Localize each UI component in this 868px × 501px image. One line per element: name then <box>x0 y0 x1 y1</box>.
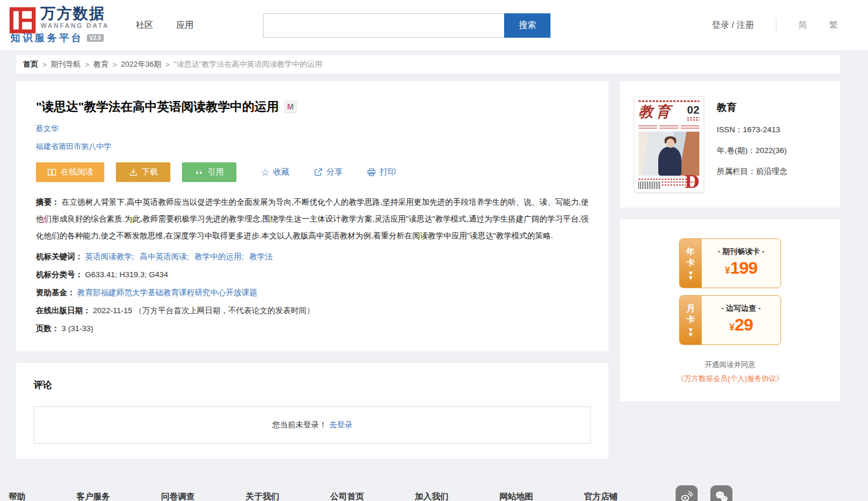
keyword-link[interactable]: 高中英语阅读 <box>140 252 187 261</box>
footer-link-official-store[interactable]: 官方店铺 <box>584 491 618 501</box>
pages-row: 页数： 3 (31-33) <box>36 324 589 334</box>
comments-card: 评论 您当前未登录！ 去登录 <box>16 363 608 459</box>
wechat-icon[interactable] <box>710 485 732 501</box>
share-link[interactable]: 分享 <box>313 167 342 177</box>
cover-barcode <box>639 181 661 189</box>
breadcrumb-separator: > <box>42 60 47 69</box>
article-card: "读思达"教学法在高中英语阅读教学中的运用 M 蔡文华 福建省莆田市第八中学 在… <box>16 81 608 351</box>
offer-name: - 期刊畅读卡 - <box>718 246 765 257</box>
breadcrumb-home[interactable]: 首页 <box>23 59 38 70</box>
top-header: 万方数据 WANFANG DATA 知识服务平台 V2.0 社区 应用 搜索 登… <box>0 0 868 51</box>
keywords-row: 机标关键词： 英语阅读教学; 高中英语阅读; 教学中的运用; 教学法 <box>36 252 589 262</box>
comments-heading: 评论 <box>34 379 591 391</box>
agree-text: 开通阅读并同意 <box>620 360 840 370</box>
footer-link-join-us[interactable]: 加入我们 <box>415 491 448 501</box>
download-button[interactable]: 下载 <box>116 162 170 182</box>
breadcrumb-separator: > <box>165 60 170 69</box>
m-badge-icon: M <box>285 101 297 113</box>
breadcrumb-current: "读思达"教学法在高中英语阅读教学中的运用 <box>174 59 322 70</box>
search-button[interactable]: 搜索 <box>504 13 550 38</box>
breadcrumb-separator: > <box>112 60 117 69</box>
fund-link[interactable]: 教育部福建师范大学基础教育课程研究中心开放课题 <box>77 288 257 297</box>
monthly-card-tab: 月卡 ▾▾ <box>680 296 702 344</box>
keyword-link[interactable]: 教学法 <box>249 252 273 261</box>
footer-link-sitemap[interactable]: 网站地图 <box>499 491 533 501</box>
print-link[interactable]: 打印 <box>367 167 396 177</box>
cite-button[interactable]: 引用 <box>182 162 236 182</box>
footer: 帮助 客户服务 问卷调查 关于我们 公司首页 加入我们 网站地图 官方店铺 <box>0 468 868 501</box>
favorite-link[interactable]: ☆ 收藏 <box>261 167 289 177</box>
journal-column-row: 所属栏目：前沿理念 <box>717 166 787 177</box>
breadcrumb-journal[interactable]: 教育 <box>93 59 108 70</box>
star-icon: ☆ <box>261 168 269 177</box>
monthly-card-offer[interactable]: 月卡 ▾▾ - 边写边查 - ¥29 <box>679 295 781 345</box>
lang-traditional[interactable]: 繁 <box>829 20 838 31</box>
offer-name: - 边写边查 - <box>721 303 761 314</box>
class-codes: G633.41; H319.3; G434 <box>85 270 168 279</box>
comments-login-box: 您当前未登录！ 去登录 <box>34 406 591 444</box>
breadcrumb-journal-nav[interactable]: 期刊导航 <box>51 59 81 70</box>
journal-volume: 2022(36) <box>756 146 787 155</box>
footer-link-company-home[interactable]: 公司首页 <box>330 491 364 501</box>
breadcrumb-issue[interactable]: 2022年36期 <box>121 59 161 70</box>
nav-item-community[interactable]: 社区 <box>136 20 153 31</box>
nav-item-apps[interactable]: 应用 <box>176 20 194 31</box>
version-badge: V2.0 <box>87 34 104 42</box>
cover-deco-line <box>687 119 699 121</box>
breadcrumb-separator: > <box>85 60 90 69</box>
search-input[interactable] <box>263 13 504 38</box>
header-divider <box>776 19 776 32</box>
weibo-icon[interactable] <box>676 485 698 501</box>
read-online-button[interactable]: 在线阅读 <box>36 162 104 182</box>
annual-card-tab: 年卡 ▾▾ <box>680 239 702 288</box>
abstract: 摘要： 在立德树人背景下,高中英语教师应当以促进学生的全面发展为导向,不断优化个… <box>36 194 589 244</box>
membership-promo-card: 年卡 ▾▾ - 期刊畅读卡 - ¥199 月卡 ▾▾ <box>620 219 840 401</box>
brand-name-cn: 万方数据 <box>41 6 109 21</box>
action-toolbar: 在线阅读 下载 引用 ☆ 收藏 <box>36 162 589 182</box>
footer-link-customer-service[interactable]: 客户服务 <box>76 491 110 501</box>
share-icon <box>313 168 323 177</box>
keyword-link[interactable]: 教学中的运用 <box>195 252 242 261</box>
quote-icon <box>195 168 204 177</box>
offer-price: ¥29 <box>730 315 753 335</box>
lang-simplified[interactable]: 简 <box>798 20 807 31</box>
abstract-text: 在立德树人背景下,高中英语教师应当以促进学生的全面发展为导向,不断优化个人的教学… <box>36 198 589 240</box>
go-login-link[interactable]: 去登录 <box>329 420 353 430</box>
article-title: "读思达"教学法在高中英语阅读教学中的运用 <box>36 99 279 115</box>
cover-journal-title: 教育 <box>639 104 673 119</box>
footer-link-about-us[interactable]: 关于我们 <box>246 491 279 501</box>
breadcrumb: 首页 > 期刊导航 > 教育 > 2022年36期 > "读思达"教学法在高中英… <box>16 55 840 74</box>
journal-cover[interactable]: 教育 02 D <box>634 96 704 193</box>
journal-volume-row: 年,卷(期)：2022(36) <box>717 146 787 156</box>
author-link[interactable]: 蔡文华 <box>36 124 59 134</box>
login-register-link[interactable]: 登录 / 注册 <box>712 20 754 31</box>
chevron-double-down-icon: ▾▾ <box>689 271 693 280</box>
cover-issue-number: 02 <box>687 104 699 116</box>
top-nav: 社区 应用 <box>136 20 194 31</box>
affiliation-link[interactable]: 福建省莆田市第八中学 <box>36 141 111 152</box>
cover-deco-columns <box>639 124 699 129</box>
pages-value: 3 (31-33) <box>61 324 93 333</box>
cover-letter: D <box>684 175 699 190</box>
download-icon <box>129 168 138 177</box>
pub-date-note: （万方平台首次上网日期，不代表论文的发表时间） <box>134 306 315 315</box>
wanfang-logo[interactable]: 万方数据 WANFANG DATA 知识服务平台 V2.0 <box>9 6 109 45</box>
service-agreement-link[interactable]: 《万方数据会员(个人)服务协议》 <box>620 374 840 384</box>
book-icon <box>47 168 57 177</box>
chevron-double-down-icon: ▾▾ <box>689 328 693 337</box>
journal-issn: 1673-2413 <box>743 125 781 134</box>
cover-deco-line <box>639 100 699 102</box>
footer-link-help[interactable]: 帮助 <box>9 491 25 501</box>
pub-date: 2022-11-15 <box>93 306 132 315</box>
pub-date-row: 在线出版日期： 2022-11-15 （万方平台首次上网日期，不代表论文的发表时… <box>36 306 589 316</box>
journal-name: 教育 <box>717 101 787 114</box>
annual-card-offer[interactable]: 年卡 ▾▾ - 期刊畅读卡 - ¥199 <box>679 238 781 288</box>
footer-link-survey[interactable]: 问卷调查 <box>161 491 195 501</box>
offer-price: ¥199 <box>725 258 757 278</box>
class-codes-row: 机标分类号： G633.41; H319.3; G434 <box>36 270 589 280</box>
keyword-link[interactable]: 英语阅读教学 <box>85 252 132 261</box>
journal-card: 教育 02 D <box>620 81 840 208</box>
wanfang-logo-icon <box>9 7 36 34</box>
header-right: 登录 / 注册 简 繁 <box>712 19 838 32</box>
brand-subtitle: 知识服务平台 <box>10 31 83 45</box>
